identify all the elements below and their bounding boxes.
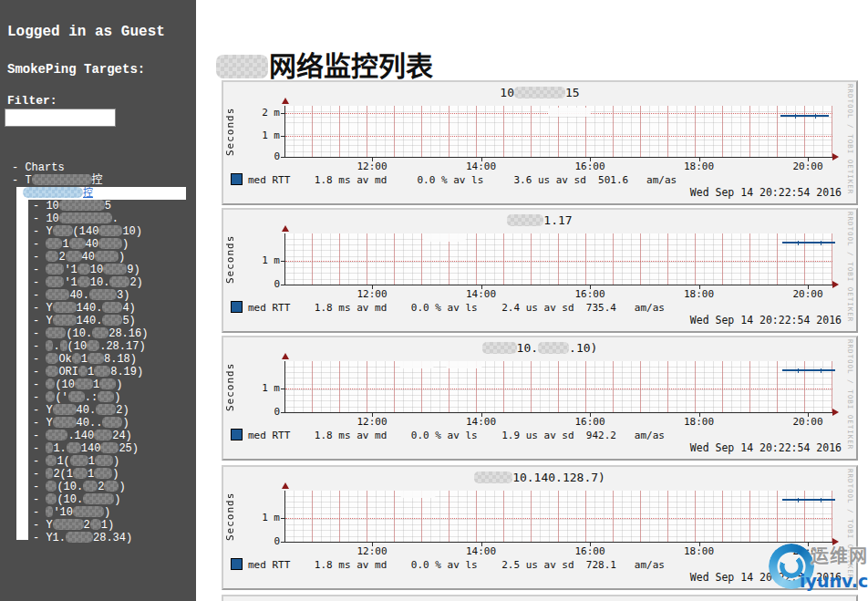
tree-item[interactable]: - Y40.2) [0,404,196,417]
y-tick-mark [281,285,284,285]
targets-tree: - Charts- T控控- 105- 10.- Y(14010)- 140)-… [0,161,196,544]
x-tick-label: 18:00 [684,288,714,300]
tree-item[interactable]: - '110.2) [0,276,196,289]
censored-text-block [46,238,62,249]
censored-text-block [102,315,122,326]
tree-item[interactable]: - Ok18.18) [0,353,196,366]
tree-item-label: (' [55,391,67,404]
censored-text-block [53,404,77,415]
filter-input[interactable] [5,109,116,127]
tree-item[interactable]: - ORI18.19) [0,366,196,378]
tree-item-selected[interactable]: 控 [16,187,186,200]
tree-item-label: ) [113,455,119,468]
censored-text-block [99,378,116,389]
tree-item[interactable]: - 140) [0,238,196,251]
tree-item[interactable]: - Y21) [0,519,196,532]
graph-title: 10.140.128.7) [223,471,856,484]
tree-item-label: - [33,251,46,264]
x-tick-mark [372,285,373,289]
y-tick-label: 0 [253,278,280,290]
tree-item-label: 1( [57,455,69,468]
tree-item-label: 1 [93,378,99,391]
censored-text-block [109,276,129,287]
tree-item[interactable]: - 2(11) [0,468,196,481]
sidebar: Logged in as Guest SmokePing Targets: Fi… [0,0,196,601]
censored-text-block [83,481,98,492]
tree-item[interactable]: - Y140.5) [0,315,196,327]
censored-text-block [75,378,93,389]
censored-text-block [78,276,90,287]
y-axis-arrow-icon [282,353,289,359]
tree-item-label: ) [114,391,120,404]
censored-text-block [46,430,67,440]
censored-text-block [53,315,77,326]
tree-item-label: ) [119,481,125,493]
x-tick-label: 12:00 [356,161,387,172]
censored-text-block [59,200,105,211]
y-axis-label: Seconds [224,226,237,292]
graph-legend: med RTT 1.8 ms av md 0.0 % av ls 2.4 us … [231,301,665,313]
censored-plot-block [400,491,436,498]
tree-item[interactable]: - Y(14010) [0,225,196,238]
x-tick-label: 20:00 [792,288,822,300]
x-tick-mark [699,158,700,161]
tree-item[interactable]: - (10.28.16) [0,327,196,340]
tree-item-label: 2 [58,251,65,264]
censored-text-block [95,251,119,262]
graph-title-text: 10.140.128.7) [512,471,605,484]
tree-item[interactable]: - 1.14025) [0,442,196,455]
legend-stats: med RTT 1.8 ms av md 0.0 % av ls 2.4 us … [248,302,665,314]
x-tick-label: 14:00 [466,545,496,557]
site-watermark: 运维网 iyunv.com [769,542,868,598]
smokeping-graph-panel-partial[interactable] [222,595,858,601]
smokeping-graph-panel[interactable]: 1015 Seconds med RTT 1.8 ms av md 0.0 % … [222,80,858,205]
tree-item-label: 10 [90,264,103,276]
y-tick-mark [281,389,284,389]
tree-item[interactable]: - 105 [0,200,196,212]
tree-item[interactable]: - Charts [0,161,196,174]
tree-item[interactable]: - ('.:) [0,391,196,404]
tree-item-label: - [33,327,46,340]
tree-item[interactable]: - 240) [0,251,196,264]
tree-item[interactable]: - (10.) [0,493,196,506]
x-tick-label: 18:00 [684,416,714,428]
graph-timestamp: Wed Sep 14 20:22:54 2016 [690,186,842,199]
tree-item[interactable]: - (10.2) [0,481,196,493]
tree-item-label: . [53,340,59,353]
graph-legend: med RTT 1.8 ms av md 0.0 % av ls 2.5 us … [231,558,665,570]
tree-item[interactable]: - T控 [0,174,196,187]
smokeping-graph-panel[interactable]: 10..10) Seconds med RTT 1.8 ms av md 0.0… [222,336,858,461]
tree-item-label: '1 [64,264,77,276]
tree-item[interactable]: - 10. [0,212,196,225]
median-rtt-line [780,115,829,117]
tree-item[interactable]: - '1109) [0,264,196,276]
legend-stats: med RTT 1.8 ms av md 0.0 % av ls 3.6 us … [248,174,677,186]
tree-item-label: ) [119,251,125,264]
tree-item[interactable]: - 40.3) [0,289,196,302]
censored-text-block [507,214,543,226]
page-title: 网络监控列表 [216,44,433,84]
tree-item-label: 40.. [77,417,103,430]
censored-text-block [66,251,82,262]
tree-item-label: 25) [119,442,139,455]
y-axis-arrow-icon [282,482,289,489]
y-axis-arrow-icon [282,225,289,232]
tree-item-label: - [33,493,46,506]
x-tick-label: 16:00 [574,545,604,557]
smokeping-graph-panel[interactable]: 1.17 Seconds med RTT 1.8 ms av md 0.0 % … [222,208,858,333]
tree-item[interactable]: - '10) [0,506,196,519]
tree-item[interactable]: - Y1.28.34) [0,532,196,544]
tree-item-label: 24) [112,430,132,442]
tree-item[interactable]: - .14024) [0,430,196,442]
tree-item[interactable]: - .(10.28.17) [0,340,196,353]
tree-item[interactable]: - Y40..) [0,417,196,430]
tree-item-label: (10. [66,327,92,340]
tree-item[interactable]: - Y140.4) [0,302,196,315]
tree-item[interactable]: - (101) [0,378,196,391]
censored-text-block [98,391,114,402]
censored-text-block [46,378,55,389]
smokeping-graph-panel[interactable]: 10.140.128.7) Seconds med RTT 1.8 ms av … [222,465,858,590]
tree-item-label: 1 [81,353,88,366]
x-tick-mark [699,543,700,546]
tree-item[interactable]: - 1(1) [0,455,196,468]
